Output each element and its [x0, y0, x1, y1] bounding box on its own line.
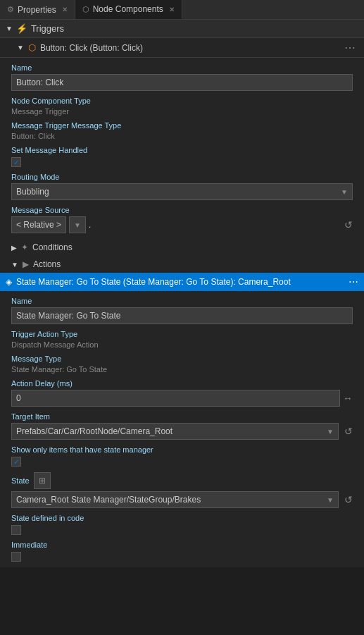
tab-properties[interactable]: ⚙ Properties ✕	[0, 0, 75, 19]
type-field-label: Node Component Type	[11, 97, 353, 105]
state-grid-icon[interactable]: ⊞	[34, 472, 51, 489]
delay-input-row: ↔	[11, 390, 353, 407]
show-state-label: Show only items that have state manager	[11, 445, 353, 454]
state-dropdown[interactable]: ▼	[11, 491, 339, 508]
code-label: State defined in code	[11, 514, 353, 522]
actions-icon: ▶	[23, 259, 29, 269]
trigger-fields: Name Node Component Type Message Trigger…	[0, 58, 364, 239]
state-dropdown-row: ▼ ↺	[11, 491, 353, 508]
source-field-label: Message Source	[11, 206, 353, 214]
action-item[interactable]: ◈ State Manager: Go To State (State Mana…	[0, 273, 364, 291]
conditions-arrow: ▶	[11, 244, 17, 252]
code-checkbox[interactable]	[11, 525, 21, 535]
properties-icon: ⚙	[7, 5, 14, 14]
immediate-label: Immediate	[11, 541, 353, 549]
msg-source-refresh-icon[interactable]: ↺	[344, 219, 353, 230]
target-label: Target Item	[11, 412, 353, 421]
state-dropdown-arrow[interactable]: ▼	[322, 496, 338, 504]
tab-node-components-label: Node Components	[93, 4, 163, 14]
action-item-icon: ◈	[6, 277, 12, 287]
actions-arrow: ▼	[11, 261, 18, 269]
action-name-label: Name	[11, 297, 353, 305]
msg-source-box[interactable]: < Relative >	[11, 216, 66, 233]
msg-source-dot: .	[89, 220, 91, 230]
actions-label: Actions	[33, 259, 61, 269]
handled-checkbox-row: ✓	[11, 157, 353, 167]
conditions-section-header[interactable]: ▶ ✦ Conditions	[0, 239, 364, 256]
show-state-checkbox-row: ✓	[11, 457, 353, 467]
target-input[interactable]	[12, 426, 322, 436]
action-msg-type-value: State Manager: Go To State	[11, 365, 353, 374]
handled-checkbox[interactable]: ✓	[11, 157, 21, 167]
delay-label: Action Delay (ms)	[11, 379, 353, 388]
state-input[interactable]	[12, 495, 322, 505]
tab-node-components[interactable]: ⬡ Node Components ✕	[75, 0, 182, 19]
action-item-label: State Manager: Go To State (State Manage…	[16, 277, 344, 287]
routing-field-label: Routing Mode	[11, 173, 353, 181]
trigger-type-label: Trigger Action Type	[11, 330, 353, 338]
trigger-item-label: Button: Click (Button: Click)	[40, 43, 337, 53]
msg-type-field-label: Message Trigger Message Type	[11, 121, 353, 130]
handled-field-label: Set Message Handled	[11, 146, 353, 154]
state-refresh-icon[interactable]: ↺	[344, 494, 353, 505]
routing-dropdown-arrow[interactable]: ▼	[337, 188, 352, 196]
triggers-icon: ⚡	[16, 23, 27, 34]
target-dropdown[interactable]: ▼	[11, 423, 339, 440]
msg-source-dropdown-btn[interactable]: ▼	[69, 216, 86, 233]
actions-section-header[interactable]: ▼ ▶ Actions	[0, 256, 364, 273]
trigger-item-arrow: ▼	[17, 44, 24, 51]
tab-node-components-close[interactable]: ✕	[169, 6, 175, 13]
conditions-label: Conditions	[32, 242, 73, 252]
immediate-checkbox[interactable]	[11, 552, 21, 562]
target-refresh-icon[interactable]: ↺	[344, 426, 353, 437]
trigger-item-dots[interactable]: ⋯	[341, 41, 358, 54]
action-msg-type-label: Message Type	[11, 355, 353, 363]
routing-dropdown[interactable]: ▼	[11, 183, 353, 200]
triggers-arrow: ▼	[6, 25, 13, 32]
message-source-row: < Relative > ▼ . ↺	[11, 216, 353, 233]
action-item-dots[interactable]: ⋯	[349, 276, 358, 288]
msg-type-field-value: Button: Click	[11, 132, 353, 140]
trigger-item[interactable]: ▼ ⬡ Button: Click (Button: Click) ⋯	[0, 38, 364, 58]
trigger-item-icon: ⬡	[28, 42, 36, 53]
action-detail: Name Trigger Action Type Dispatch Messag…	[0, 291, 364, 567]
tab-properties-label: Properties	[18, 5, 56, 15]
action-name-input[interactable]	[11, 307, 353, 324]
type-field-value: Message Trigger	[11, 107, 353, 116]
name-field-label: Name	[11, 63, 353, 72]
triggers-label: Triggers	[31, 23, 64, 34]
delay-input[interactable]	[11, 390, 340, 407]
triggers-section-header[interactable]: ▼ ⚡ Triggers	[0, 20, 364, 38]
show-state-checkbox[interactable]: ✓	[11, 457, 21, 467]
code-checkbox-row	[11, 525, 353, 535]
target-dropdown-arrow[interactable]: ▼	[322, 428, 338, 436]
state-label: State	[11, 476, 30, 485]
msg-source-text: < Relative >	[16, 220, 61, 230]
trigger-type-value: Dispatch Message Action	[11, 340, 353, 349]
node-components-icon: ⬡	[82, 5, 89, 14]
target-dropdown-row: ▼ ↺	[11, 423, 353, 440]
tab-properties-close[interactable]: ✕	[62, 6, 68, 13]
delay-expand-icon[interactable]: ↔	[343, 393, 353, 404]
tab-bar: ⚙ Properties ✕ ⬡ Node Components ✕	[0, 0, 364, 20]
immediate-checkbox-row	[11, 552, 353, 562]
conditions-icon: ✦	[21, 242, 28, 252]
name-input[interactable]	[11, 74, 353, 91]
routing-input[interactable]	[12, 187, 337, 197]
